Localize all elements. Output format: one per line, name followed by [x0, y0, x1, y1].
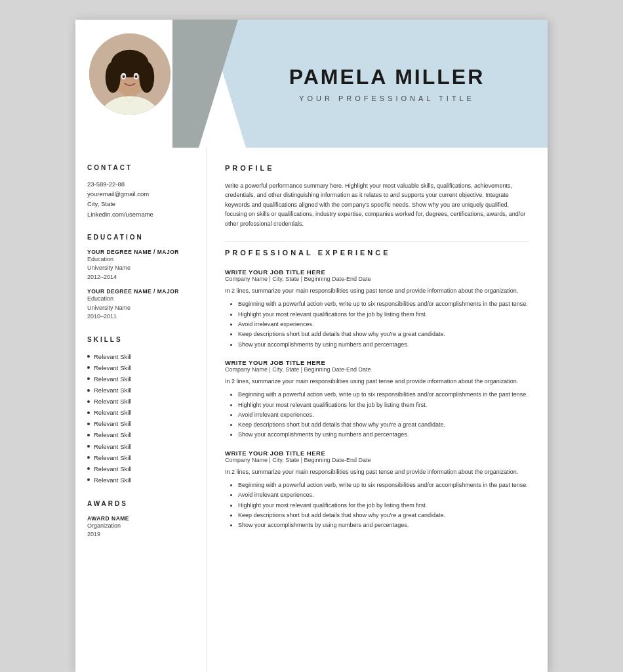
skill-item: Relevant Skill: [87, 418, 193, 429]
years-1: 2010–2011: [87, 312, 193, 322]
header-text-area: PAMELA MILLER YOUR PROFESSIONAL TITLE: [226, 20, 548, 148]
skill-item: Relevant Skill: [87, 463, 193, 474]
candidate-name: PAMELA MILLER: [289, 65, 485, 89]
job-summary-2: In 2 lines, summarize your main responsi…: [225, 467, 529, 476]
skill-item: Relevant Skill: [87, 452, 193, 463]
linkedin: Linkedin.com/username: [87, 209, 193, 219]
university-0: University Name: [87, 264, 193, 273]
profile-photo: [87, 32, 172, 117]
job-bullet: Show your accomplishments by using numbe…: [238, 430, 529, 440]
skills-list: Relevant SkillRelevant SkillRelevant Ski…: [87, 351, 193, 486]
skill-item: Relevant Skill: [87, 362, 193, 373]
experience-label: PROFESSIONAL EXPERIENCE: [225, 249, 529, 259]
bullet-icon: [87, 377, 90, 380]
job-bullet: Avoid irrelevant experiences.: [238, 490, 529, 500]
awards-label: AWARDS: [87, 500, 193, 509]
degree-1: YOUR DEGREE NAME / MAJOR: [87, 288, 193, 295]
skill-item: Relevant Skill: [87, 429, 193, 440]
job-summary-1: In 2 lines, summarize your main responsi…: [225, 377, 529, 386]
education-section: EDUCATION YOUR DEGREE NAME / MAJOR Educa…: [87, 234, 193, 322]
svg-point-5: [106, 62, 121, 93]
skill-item: Relevant Skill: [87, 441, 193, 452]
bullet-icon: [87, 478, 90, 481]
award-name-0: AWARD NAME: [87, 515, 193, 522]
edu-entry-1: YOUR DEGREE NAME / MAJOR Education Unive…: [87, 288, 193, 322]
job-bullet: Beginning with a powerful action verb, w…: [238, 299, 529, 309]
contact-section: CONTACT 23-589-22-88 youremail@gmail.com…: [87, 164, 193, 219]
resume-document: PAMELA MILLER YOUR PROFESSIONAL TITLE CO…: [75, 20, 548, 672]
contact-label: CONTACT: [87, 164, 193, 173]
job-title-0: WRITE YOUR JOB TITLE HERE: [225, 268, 529, 276]
job-bullet: Show your accomplishments by using numbe…: [238, 340, 529, 350]
job-bullets-2: Beginning with a powerful action verb, w…: [225, 480, 529, 530]
svg-point-6: [139, 62, 154, 93]
job-bullet: Avoid irrelevant experiences.: [238, 320, 529, 329]
skill-item: Relevant Skill: [87, 373, 193, 385]
main-content: PROFILE Write a powerful performance sum…: [207, 148, 548, 672]
university-1: University Name: [87, 304, 193, 313]
skill-item: Relevant Skill: [87, 351, 193, 362]
skill-item: Relevant Skill: [87, 385, 193, 396]
education-label: EDUCATION: [87, 234, 193, 242]
job-bullet: Highlight your most relevant qualificati…: [238, 400, 529, 410]
skills-label: SKILLS: [87, 336, 193, 345]
bullet-icon: [87, 400, 90, 403]
bullet-icon: [87, 355, 90, 358]
skill-item: Relevant Skill: [87, 407, 193, 418]
job-bullet: Beginning with a powerful action verb, w…: [238, 480, 529, 490]
award-entry-0: AWARD NAME Organization 2019: [87, 515, 193, 539]
svg-point-9: [123, 75, 125, 78]
candidate-title: YOUR PROFESSIONAL TITLE: [299, 94, 475, 102]
resume-header: PAMELA MILLER YOUR PROFESSIONAL TITLE: [75, 20, 548, 148]
job-company-1: Company Name | City, State | Beginning D…: [225, 366, 529, 373]
job-bullet: Keep descriptions short but add details …: [238, 420, 529, 430]
skill-item: Relevant Skill: [87, 396, 193, 407]
location: City, State: [87, 199, 193, 209]
award-org-0: Organization: [87, 522, 193, 531]
job-summary-0: In 2 lines, summarize your main responsi…: [225, 286, 529, 295]
job-entry-0: WRITE YOUR JOB TITLE HERE Company Name |…: [225, 268, 529, 350]
bullet-icon: [87, 423, 90, 425]
bullet-icon: [87, 467, 90, 470]
svg-point-10: [135, 75, 138, 78]
profile-label: PROFILE: [225, 164, 529, 175]
skills-section: SKILLS Relevant SkillRelevant SkillRelev…: [87, 336, 193, 486]
job-bullet: Beginning with a powerful action verb, w…: [238, 390, 529, 400]
job-bullets-1: Beginning with a powerful action verb, w…: [225, 390, 529, 440]
awards-section: AWARDS AWARD NAME Organization 2019: [87, 500, 193, 539]
job-title-2: WRITE YOUR JOB TITLE HERE: [225, 450, 529, 457]
bullet-icon: [87, 445, 90, 448]
profile-section: PROFILE Write a powerful performance sum…: [225, 164, 529, 228]
job-bullet: Highlight your most relevant qualificati…: [238, 310, 529, 320]
degree-0: YOUR DEGREE NAME / MAJOR: [87, 249, 193, 255]
job-bullet: Avoid irrelevant experiences.: [238, 410, 529, 420]
job-title-1: WRITE YOUR JOB TITLE HERE: [225, 359, 529, 366]
edu-entry-0: YOUR DEGREE NAME / MAJOR Education Unive…: [87, 249, 193, 282]
divider-1: [225, 242, 529, 242]
phone: 23-589-22-88: [87, 179, 193, 189]
resume-body: CONTACT 23-589-22-88 youremail@gmail.com…: [75, 148, 548, 672]
bullet-icon: [87, 366, 90, 369]
bullet-icon: [87, 411, 90, 414]
bullet-icon: [87, 434, 90, 436]
skill-item: Relevant Skill: [87, 474, 193, 486]
edu-type-1: Education: [87, 295, 193, 304]
experience-section: PROFESSIONAL EXPERIENCE WRITE YOUR JOB T…: [225, 249, 529, 531]
job-bullet: Highlight your most relevant qualificati…: [238, 501, 529, 511]
jobs-list: WRITE YOUR JOB TITLE HERE Company Name |…: [225, 268, 529, 531]
job-company-2: Company Name | City, State | Beginning D…: [225, 457, 529, 463]
award-year-0: 2019: [87, 530, 193, 539]
profile-text: Write a powerful performance summary her…: [225, 181, 529, 228]
edu-type-0: Education: [87, 255, 193, 264]
years-0: 2012–2014: [87, 273, 193, 282]
job-company-0: Company Name | City, State | Beginning D…: [225, 276, 529, 282]
job-bullet: Keep descriptions short but add details …: [238, 329, 529, 339]
job-bullet: Keep descriptions short but add details …: [238, 511, 529, 520]
bullet-icon: [87, 456, 90, 459]
job-entry-1: WRITE YOUR JOB TITLE HERE Company Name |…: [225, 359, 529, 440]
email: youremail@gmail.com: [87, 189, 193, 199]
sidebar: CONTACT 23-589-22-88 youremail@gmail.com…: [75, 148, 207, 672]
bullet-icon: [87, 389, 90, 392]
job-bullet: Show your accomplishments by using numbe…: [238, 520, 529, 530]
job-entry-2: WRITE YOUR JOB TITLE HERE Company Name |…: [225, 450, 529, 531]
